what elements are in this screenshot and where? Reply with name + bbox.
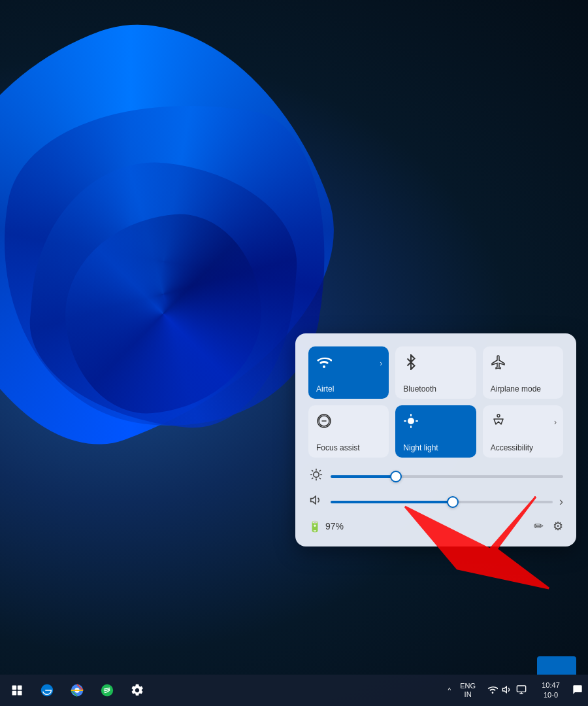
svg-rect-19 [18, 686, 22, 690]
accessibility-tile[interactable]: › Accessibility [483, 405, 563, 458]
svg-rect-27 [517, 686, 525, 692]
clock[interactable]: 10:47 10-0 [534, 679, 567, 702]
airplane-icon [491, 354, 506, 373]
quick-settings-panel: › Airtel Bluetooth [295, 333, 576, 546]
airplane-label: Airplane mode [491, 384, 541, 394]
svg-rect-21 [18, 691, 22, 696]
airplane-tile[interactable]: Airplane mode [483, 346, 563, 399]
focus-label: Focus assist [316, 443, 360, 452]
accessibility-chevron-icon: › [554, 418, 557, 427]
battery-info: 🔋 97% [308, 520, 344, 533]
taskbar-edge-icon[interactable] [33, 676, 61, 705]
lang-text: ENG [460, 682, 476, 690]
night-light-icon [403, 413, 419, 431]
notification-icon[interactable] [570, 682, 585, 699]
volume-track [331, 501, 553, 503]
night-light-tile-top [403, 413, 469, 431]
brightness-track [331, 475, 563, 478]
taskbar-overflow-chevron[interactable]: ^ [445, 684, 453, 697]
volume-fill [331, 501, 453, 503]
clock-date: 10-0 [544, 690, 558, 700]
battery-icon: 🔋 [308, 520, 321, 533]
svg-rect-18 [12, 686, 17, 690]
volume-icon [308, 494, 324, 510]
svg-point-25 [492, 692, 494, 694]
wifi-tile[interactable]: › Airtel [308, 346, 389, 399]
brightness-icon [308, 468, 324, 484]
blue-accent-bar [537, 656, 576, 675]
brightness-slider[interactable] [331, 470, 563, 483]
quick-settings-action-icons: ✏ ⚙ [534, 519, 563, 533]
tray-wifi-icon [487, 684, 498, 697]
lang-region: IN [465, 690, 472, 699]
battery-percent: 97% [325, 521, 344, 531]
accessibility-label: Accessibility [491, 443, 533, 452]
bluetooth-tile[interactable]: Bluetooth [395, 346, 476, 399]
volume-expand-icon[interactable]: › [559, 495, 563, 509]
wifi-label: Airtel [316, 384, 334, 394]
brightness-thumb[interactable] [390, 471, 402, 482]
clock-time: 10:47 [542, 681, 560, 690]
taskbar: ^ ENG IN [0, 675, 588, 706]
system-tray-icons[interactable] [482, 682, 532, 699]
focus-icon [316, 413, 332, 431]
svg-point-7 [314, 472, 319, 477]
settings-icon[interactable]: ⚙ [553, 519, 563, 533]
wifi-chevron-icon: › [380, 359, 382, 368]
svg-marker-16 [311, 496, 316, 504]
svg-line-15 [319, 471, 320, 471]
volume-slider[interactable] [331, 496, 553, 509]
brightness-fill [331, 475, 396, 478]
bluetooth-label: Bluetooth [403, 384, 436, 394]
night-light-tile[interactable]: Night light [395, 405, 476, 458]
taskbar-settings-icon[interactable] [123, 676, 152, 705]
svg-line-12 [312, 471, 313, 471]
svg-line-14 [312, 478, 313, 479]
taskbar-spotify-icon[interactable] [93, 676, 122, 705]
bluetooth-tile-top [403, 354, 469, 373]
edit-icon[interactable]: ✏ [534, 519, 544, 533]
wifi-icon [316, 354, 332, 373]
language-indicator[interactable]: ENG IN [456, 681, 480, 700]
svg-point-1 [408, 418, 414, 424]
quick-settings-grid: › Airtel Bluetooth [308, 346, 563, 458]
accessibility-icon [491, 413, 506, 431]
volume-thumb[interactable] [447, 496, 459, 508]
taskbar-chrome-icon[interactable] [63, 676, 91, 705]
bluetooth-icon [403, 354, 419, 373]
brightness-row [308, 468, 563, 484]
taskbar-right-area: ^ ENG IN [445, 679, 585, 702]
volume-row: › [308, 494, 563, 510]
svg-rect-20 [12, 691, 17, 696]
svg-point-6 [497, 414, 500, 417]
svg-marker-26 [502, 686, 506, 692]
taskbar-start-button[interactable] [3, 676, 31, 705]
accessibility-tile-top: › [491, 413, 557, 431]
focus-assist-tile[interactable]: Focus assist [308, 405, 389, 458]
svg-point-0 [323, 365, 325, 368]
night-light-label: Night light [403, 443, 438, 452]
svg-line-13 [319, 478, 320, 479]
wifi-tile-top: › [316, 354, 382, 373]
taskbar-apps [3, 676, 152, 705]
airplane-tile-top [491, 354, 557, 373]
quick-settings-bottom: 🔋 97% ✏ ⚙ [308, 519, 563, 533]
tray-display-icon [516, 684, 527, 697]
tray-volume-icon [502, 684, 512, 697]
focus-tile-top [316, 413, 382, 431]
